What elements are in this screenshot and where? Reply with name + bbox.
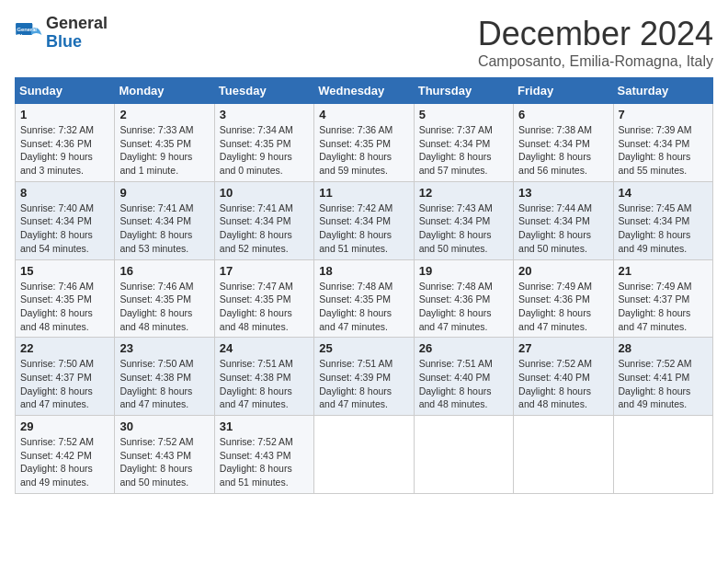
weekday-header-row: SundayMondayTuesdayWednesdayThursdayFrid… [16, 78, 713, 104]
calendar-week-3: 15Sunrise: 7:46 AMSunset: 4:35 PMDayligh… [16, 259, 713, 338]
day-number: 9 [119, 186, 209, 200]
day-info: Sunrise: 7:38 AMSunset: 4:34 PMDaylight:… [518, 123, 608, 178]
weekday-header-sunday: Sunday [16, 78, 115, 104]
day-info: Sunrise: 7:51 AMSunset: 4:38 PMDaylight:… [220, 357, 309, 411]
day-info: Sunrise: 7:46 AMSunset: 4:35 PMDaylight:… [20, 280, 109, 334]
day-info: Sunrise: 7:40 AMSunset: 4:34 PMDaylight:… [20, 201, 109, 256]
calendar-cell: 15Sunrise: 7:46 AMSunset: 4:35 PMDayligh… [16, 259, 115, 338]
calendar-cell: 31Sunrise: 7:52 AMSunset: 4:43 PMDayligh… [214, 416, 313, 494]
calendar-cell: 30Sunrise: 7:52 AMSunset: 4:43 PMDayligh… [115, 416, 214, 494]
weekday-header-friday: Friday [514, 78, 613, 104]
day-info: Sunrise: 7:52 AMSunset: 4:43 PMDaylight:… [220, 435, 309, 489]
day-info: Sunrise: 7:48 AMSunset: 4:35 PMDaylight:… [319, 280, 408, 334]
day-info: Sunrise: 7:50 AMSunset: 4:37 PMDaylight:… [20, 357, 109, 411]
day-number: 10 [220, 186, 309, 200]
logo-icon: General Blue [15, 18, 44, 48]
calendar-week-2: 8Sunrise: 7:40 AMSunset: 4:34 PMDaylight… [16, 181, 713, 259]
day-info: Sunrise: 7:33 AMSunset: 4:35 PMDaylight:… [119, 123, 209, 178]
calendar-cell: 17Sunrise: 7:47 AMSunset: 4:35 PMDayligh… [214, 259, 313, 338]
calendar-cell: 24Sunrise: 7:51 AMSunset: 4:38 PMDayligh… [214, 338, 313, 416]
day-number: 18 [319, 264, 408, 278]
day-number: 7 [619, 108, 708, 121]
day-info: Sunrise: 7:50 AMSunset: 4:38 PMDaylight:… [119, 357, 209, 411]
calendar-cell: 26Sunrise: 7:51 AMSunset: 4:40 PMDayligh… [414, 338, 513, 416]
calendar-cell: 22Sunrise: 7:50 AMSunset: 4:37 PMDayligh… [16, 338, 115, 416]
day-number: 21 [619, 264, 708, 278]
day-number: 15 [20, 264, 109, 278]
calendar-cell: 14Sunrise: 7:45 AMSunset: 4:34 PMDayligh… [613, 181, 712, 259]
calendar-cell: 25Sunrise: 7:51 AMSunset: 4:39 PMDayligh… [314, 338, 414, 416]
weekday-header-thursday: Thursday [414, 78, 513, 104]
day-number: 25 [319, 341, 408, 355]
calendar-cell: 21Sunrise: 7:49 AMSunset: 4:37 PMDayligh… [613, 259, 712, 338]
calendar-cell [314, 416, 414, 494]
day-info: Sunrise: 7:52 AMSunset: 4:41 PMDaylight:… [619, 357, 708, 411]
calendar-cell [514, 416, 613, 494]
calendar-cell: 2Sunrise: 7:33 AMSunset: 4:35 PMDaylight… [115, 104, 214, 182]
day-info: Sunrise: 7:47 AMSunset: 4:35 PMDaylight:… [220, 280, 309, 334]
calendar-cell: 4Sunrise: 7:36 AMSunset: 4:35 PMDaylight… [314, 104, 414, 182]
calendar-cell: 8Sunrise: 7:40 AMSunset: 4:34 PMDaylight… [16, 181, 115, 259]
calendar-cell: 23Sunrise: 7:50 AMSunset: 4:38 PMDayligh… [115, 338, 214, 416]
day-number: 16 [119, 264, 209, 278]
day-number: 27 [518, 341, 608, 355]
day-number: 31 [220, 419, 309, 433]
calendar-week-4: 22Sunrise: 7:50 AMSunset: 4:37 PMDayligh… [16, 338, 713, 416]
day-info: Sunrise: 7:51 AMSunset: 4:40 PMDaylight:… [419, 357, 508, 411]
day-info: Sunrise: 7:46 AMSunset: 4:35 PMDaylight:… [119, 280, 209, 334]
calendar-cell: 5Sunrise: 7:37 AMSunset: 4:34 PMDaylight… [414, 104, 513, 182]
day-info: Sunrise: 7:49 AMSunset: 4:36 PMDaylight:… [518, 280, 608, 334]
logo-text-general: General [46, 15, 108, 33]
day-info: Sunrise: 7:41 AMSunset: 4:34 PMDaylight:… [220, 201, 309, 256]
day-info: Sunrise: 7:36 AMSunset: 4:35 PMDaylight:… [319, 123, 408, 178]
day-number: 17 [220, 264, 309, 278]
day-info: Sunrise: 7:48 AMSunset: 4:36 PMDaylight:… [419, 280, 508, 334]
day-number: 5 [419, 108, 508, 121]
day-info: Sunrise: 7:43 AMSunset: 4:34 PMDaylight:… [419, 201, 508, 256]
calendar-cell: 7Sunrise: 7:39 AMSunset: 4:34 PMDaylight… [613, 104, 712, 182]
day-number: 11 [319, 186, 408, 200]
calendar-cell: 9Sunrise: 7:41 AMSunset: 4:34 PMDaylight… [115, 181, 214, 259]
calendar-week-5: 29Sunrise: 7:52 AMSunset: 4:42 PMDayligh… [16, 416, 713, 494]
day-info: Sunrise: 7:52 AMSunset: 4:40 PMDaylight:… [518, 357, 608, 411]
day-number: 12 [419, 186, 508, 200]
weekday-header-tuesday: Tuesday [214, 78, 313, 104]
day-number: 19 [419, 264, 508, 278]
calendar-cell: 11Sunrise: 7:42 AMSunset: 4:34 PMDayligh… [314, 181, 414, 259]
day-info: Sunrise: 7:49 AMSunset: 4:37 PMDaylight:… [619, 280, 708, 334]
day-number: 24 [220, 341, 309, 355]
day-info: Sunrise: 7:41 AMSunset: 4:34 PMDaylight:… [119, 201, 209, 256]
calendar-table: SundayMondayTuesdayWednesdayThursdayFrid… [15, 77, 713, 494]
calendar-cell: 19Sunrise: 7:48 AMSunset: 4:36 PMDayligh… [414, 259, 513, 338]
day-number: 30 [119, 419, 209, 433]
location-title: Camposanto, Emilia-Romagna, Italy [478, 53, 713, 70]
day-info: Sunrise: 7:44 AMSunset: 4:34 PMDaylight:… [518, 201, 608, 256]
month-title: December 2024 [478, 15, 713, 53]
calendar-cell: 16Sunrise: 7:46 AMSunset: 4:35 PMDayligh… [115, 259, 214, 338]
day-number: 28 [619, 341, 708, 355]
calendar-cell: 1Sunrise: 7:32 AMSunset: 4:36 PMDaylight… [16, 104, 115, 182]
day-info: Sunrise: 7:42 AMSunset: 4:34 PMDaylight:… [319, 201, 408, 256]
day-number: 8 [20, 186, 109, 200]
svg-text:Blue: Blue [17, 33, 28, 39]
title-block: December 2024 Camposanto, Emilia-Romagna… [478, 15, 713, 70]
logo: General Blue General Blue [15, 15, 108, 52]
calendar-cell [613, 416, 712, 494]
day-number: 2 [119, 108, 209, 121]
day-info: Sunrise: 7:37 AMSunset: 4:34 PMDaylight:… [419, 123, 508, 178]
calendar-cell: 12Sunrise: 7:43 AMSunset: 4:34 PMDayligh… [414, 181, 513, 259]
day-number: 29 [20, 419, 109, 433]
calendar-cell: 3Sunrise: 7:34 AMSunset: 4:35 PMDaylight… [214, 104, 313, 182]
calendar-cell [414, 416, 513, 494]
calendar-cell: 20Sunrise: 7:49 AMSunset: 4:36 PMDayligh… [514, 259, 613, 338]
weekday-header-monday: Monday [115, 78, 214, 104]
day-number: 1 [20, 108, 109, 121]
day-info: Sunrise: 7:51 AMSunset: 4:39 PMDaylight:… [319, 357, 408, 411]
day-number: 3 [220, 108, 309, 121]
header-section: General Blue General Blue December 2024 … [15, 15, 713, 70]
day-number: 23 [119, 341, 209, 355]
day-number: 20 [518, 264, 608, 278]
day-info: Sunrise: 7:32 AMSunset: 4:36 PMDaylight:… [20, 123, 109, 178]
day-info: Sunrise: 7:52 AMSunset: 4:42 PMDaylight:… [20, 435, 109, 489]
day-number: 6 [518, 108, 608, 121]
